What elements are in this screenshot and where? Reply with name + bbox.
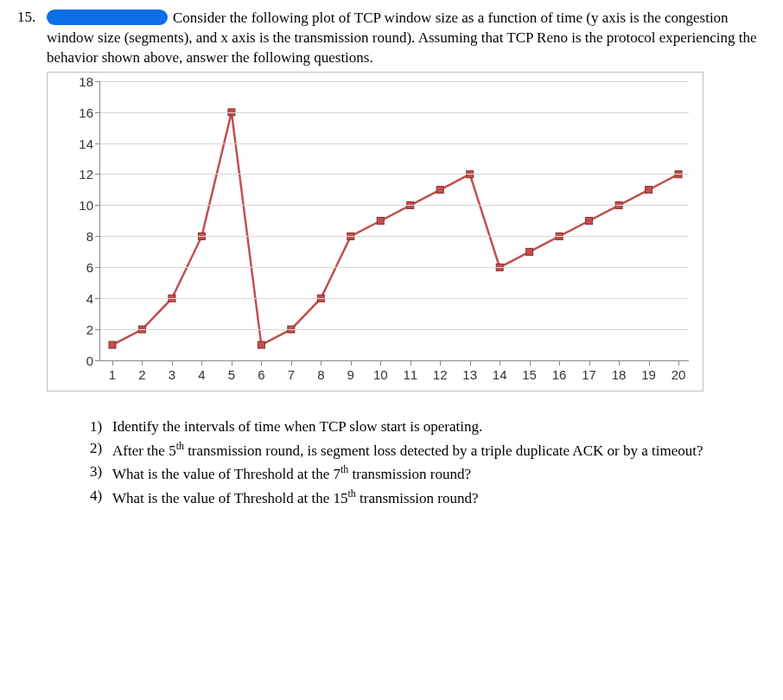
y-tick-label: 16	[79, 105, 93, 119]
x-tick-mark	[232, 360, 232, 366]
y-tick-mark	[95, 236, 100, 237]
x-tick-mark	[589, 360, 590, 366]
x-tick-label: 13	[462, 367, 477, 382]
data-marker	[646, 186, 652, 193]
question-text: What is the value of Threshold at the 7t…	[112, 462, 471, 485]
x-tick-label: 7	[288, 367, 295, 382]
y-tick-mark	[95, 360, 100, 361]
x-tick-label: 11	[403, 367, 417, 382]
problem-number: 15.	[17, 9, 41, 26]
problem-body: Consider the following plot of TCP windo…	[47, 9, 766, 511]
x-tick-mark	[172, 360, 173, 366]
x-tick-mark	[112, 360, 113, 366]
x-tick-label: 6	[258, 367, 264, 382]
data-marker	[258, 341, 264, 348]
y-tick-label: 6	[86, 260, 93, 275]
y-tick-mark	[95, 174, 100, 175]
gridline	[100, 236, 689, 237]
x-tick-label: 18	[612, 367, 627, 382]
x-tick-label: 12	[433, 367, 448, 382]
x-tick-label: 15	[522, 367, 537, 382]
x-tick-label: 10	[373, 367, 388, 382]
intro-text: Consider the following plot of TCP windo…	[47, 9, 766, 68]
x-tick-mark	[380, 360, 381, 366]
x-tick-mark	[500, 360, 500, 366]
data-marker	[586, 217, 593, 224]
x-tick-mark	[649, 360, 650, 366]
question-number: 4)	[90, 487, 112, 509]
x-tick-mark	[559, 360, 560, 366]
question-item: 3) What is the value of Threshold at the…	[90, 462, 766, 485]
chart-svg	[100, 81, 689, 360]
problem-block: 15. Consider the following plot of TCP w…	[17, 9, 766, 511]
gridline	[100, 205, 689, 206]
data-marker	[109, 341, 116, 348]
y-tick-label: 4	[86, 291, 93, 306]
question-text: What is the value of Threshold at the 15…	[112, 487, 478, 509]
x-tick-mark	[411, 360, 411, 366]
data-line	[112, 112, 678, 345]
x-tick-label: 4	[198, 367, 205, 382]
y-tick-mark	[95, 267, 100, 268]
question-item: 4) What is the value of Threshold at the…	[90, 487, 766, 509]
y-tick-label: 10	[79, 198, 93, 213]
data-marker	[436, 186, 443, 193]
x-tick-label: 9	[347, 367, 354, 382]
gridline	[100, 112, 689, 113]
y-tick-label: 14	[79, 136, 93, 150]
question-list: 1) Identify the intervals of time when T…	[47, 417, 766, 509]
x-tick-label: 17	[582, 367, 596, 382]
gridline	[100, 267, 689, 268]
x-tick-label: 3	[169, 367, 175, 382]
question-text: Identify the intervals of time when TCP …	[112, 417, 482, 437]
y-tick-label: 8	[86, 229, 93, 244]
x-tick-label: 1	[109, 367, 116, 382]
y-tick-label: 18	[79, 73, 93, 88]
chart-container: 0246810121416181234567891011121314151617…	[47, 72, 703, 391]
x-tick-mark	[351, 360, 352, 366]
question-text: After the 5th transmission round, is seg…	[112, 439, 703, 461]
x-tick-label: 2	[138, 367, 145, 382]
gridline	[100, 143, 689, 144]
x-tick-label: 5	[228, 367, 235, 382]
x-tick-label: 16	[552, 367, 567, 382]
x-tick-label: 19	[641, 367, 656, 382]
y-tick-label: 12	[79, 167, 93, 181]
x-tick-mark	[291, 360, 292, 366]
y-tick-mark	[95, 205, 100, 206]
y-tick-label: 2	[86, 321, 93, 336]
y-tick-mark	[95, 112, 100, 113]
y-tick-mark	[95, 298, 100, 299]
plot-area: 0246810121416181234567891011121314151617…	[99, 81, 689, 361]
x-tick-label: 8	[317, 367, 324, 382]
y-tick-label: 0	[86, 353, 93, 367]
question-item: 1) Identify the intervals of time when T…	[90, 417, 766, 437]
x-tick-mark	[201, 360, 202, 366]
gridline	[100, 298, 689, 299]
gridline	[100, 174, 689, 175]
x-tick-mark	[619, 360, 620, 366]
x-tick-mark	[470, 360, 471, 366]
x-tick-mark	[530, 360, 531, 366]
y-tick-mark	[95, 329, 100, 330]
redaction-mark	[47, 10, 168, 25]
data-marker	[377, 217, 384, 224]
data-marker	[526, 248, 533, 255]
gridline	[100, 329, 689, 330]
question-number: 2)	[90, 439, 112, 461]
x-tick-mark	[142, 360, 143, 366]
x-tick-mark	[261, 360, 262, 366]
x-tick-label: 20	[672, 367, 686, 382]
y-tick-mark	[95, 143, 100, 144]
x-tick-mark	[678, 360, 679, 366]
question-number: 3)	[90, 462, 112, 485]
question-item: 2) After the 5th transmission round, is …	[90, 439, 766, 461]
x-tick-mark	[440, 360, 441, 366]
gridline	[100, 81, 689, 82]
x-tick-label: 14	[493, 367, 507, 382]
y-tick-mark	[95, 81, 100, 82]
question-number: 1)	[90, 417, 112, 437]
x-tick-mark	[321, 360, 321, 366]
